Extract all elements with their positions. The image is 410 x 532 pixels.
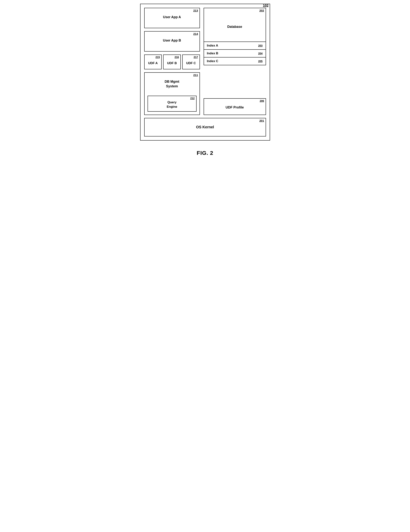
udf-b-label: UDF B: [167, 61, 177, 65]
diagram-content: 213 User App A 214 User App B 215 UDF A …: [144, 8, 266, 115]
os-kernel-box: 201 OS Kernel: [144, 118, 266, 136]
db-mgmt-ref: 211: [193, 73, 198, 76]
db-mgmt-box: 211 DB Mgmt System 212 Query Engine: [144, 72, 200, 115]
db-mgmt-label: DB Mgmt System: [147, 79, 196, 89]
user-app-b-ref: 214: [193, 32, 198, 35]
right-column: 202 Database Index A 203 Index B 204 Ind…: [204, 8, 266, 115]
query-engine-box: 212 Query Engine: [147, 96, 196, 112]
user-app-a-box: 213 User App A: [144, 8, 200, 28]
udf-b-ref: 216: [175, 56, 179, 59]
figure-caption: FIG. 2: [140, 150, 270, 156]
index-b-ref: 204: [258, 52, 263, 55]
user-app-b-label: User App B: [146, 33, 198, 48]
database-label: Database: [204, 8, 266, 42]
udf-a-ref: 215: [156, 56, 160, 59]
database-ref: 202: [259, 9, 264, 12]
database-indexes: Index A 203 Index B 204 Index C 205: [204, 42, 266, 65]
index-c-ref: 205: [258, 60, 263, 63]
udf-profile-ref: 206: [260, 99, 264, 102]
udf-c-ref: 217: [194, 56, 198, 59]
udf-profile-box: 206 UDF Profile: [204, 98, 266, 115]
user-app-a-ref: 213: [193, 9, 198, 12]
user-app-b-box: 214 User App B: [144, 31, 200, 52]
udf-c-label: UDF C: [186, 61, 196, 65]
index-c-label: Index C: [207, 59, 218, 63]
udf-a-label: UDF A: [148, 61, 157, 65]
index-b-label: Index B: [207, 52, 218, 55]
index-a-ref: 203: [258, 44, 263, 47]
udf-row: 215 UDF A 216 UDF B 217 UDF C: [144, 55, 200, 69]
udf-c-box: 217 UDF C: [182, 55, 200, 69]
udf-b-box: 216 UDF B: [163, 55, 181, 69]
user-app-a-label: User App A: [146, 10, 198, 24]
query-engine-ref: 212: [190, 97, 195, 100]
udf-profile-label: UDF Profile: [225, 105, 244, 109]
diagram-outer: 102 213 User App A 214 User App B 215: [140, 4, 270, 141]
index-a-row: Index A 203: [204, 42, 266, 50]
outer-ref: 102: [263, 4, 268, 8]
database-box: 202 Database Index A 203 Index B 204 Ind…: [204, 8, 266, 65]
os-kernel-label: OS Kernel: [196, 125, 214, 129]
os-kernel-ref: 201: [259, 119, 264, 122]
index-b-row: Index B 204: [204, 50, 266, 57]
index-c-row: Index C 205: [204, 57, 266, 65]
query-engine-label: Query Engine: [167, 100, 177, 109]
index-a-label: Index A: [207, 44, 218, 48]
left-column: 213 User App A 214 User App B 215 UDF A …: [144, 8, 200, 115]
udf-a-box: 215 UDF A: [144, 55, 162, 69]
